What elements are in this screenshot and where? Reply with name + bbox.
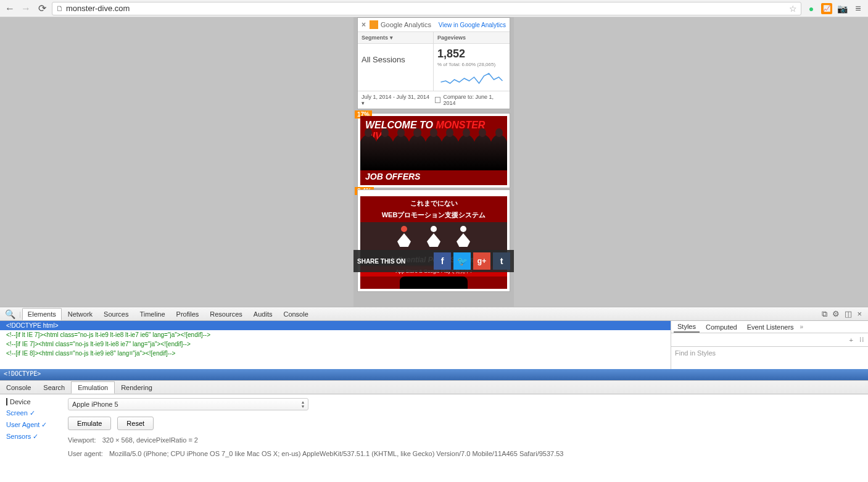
chevron-down-icon: ▾ xyxy=(390,35,393,41)
emu-nav-useragent[interactable]: User Agent ✓ xyxy=(6,421,68,429)
emu-nav-device[interactable]: Device xyxy=(6,398,68,405)
banner2-line1: これまでにない xyxy=(360,196,507,210)
ga-header: × Google Analytics View in Google Analyt… xyxy=(358,18,510,32)
drawer-tab-emulation[interactable]: Emulation xyxy=(71,381,115,394)
find-in-styles[interactable]: Find in Styles xyxy=(671,347,868,359)
url-text: monster-dive.com xyxy=(66,4,130,13)
extension-icon[interactable]: ● xyxy=(805,2,817,15)
tab-timeline[interactable]: Timeline xyxy=(134,309,170,320)
date-range[interactable]: July 1, 2014 - July 31, 2014 ▾ xyxy=(362,94,432,106)
elements-tree[interactable]: <!DOCTYPE html> <!--[if lt IE 7]><html c… xyxy=(0,321,671,369)
code-line[interactable]: <!--[if lt IE 7]><html class="no-js lt-i… xyxy=(0,330,671,339)
extension-icon[interactable]: 📷 xyxy=(836,2,848,15)
emulate-button[interactable]: Emulate xyxy=(68,417,111,430)
banner-welcome[interactable]: WELCOME TO MONSTER DIVE JOB OFFERS xyxy=(360,116,507,185)
more-tabs-icon[interactable]: » xyxy=(800,323,804,330)
devtools-tabs: 🔍 | Elements Network Sources Timeline Pr… xyxy=(0,307,868,321)
share-label: SHARE THIS ON xyxy=(357,258,405,265)
ga-view-link[interactable]: View in Google Analytics xyxy=(439,22,506,28)
googleplus-icon[interactable]: g+ xyxy=(473,252,490,270)
settings-gear-icon[interactable]: ⚙ xyxy=(832,309,840,319)
styles-tab-computed[interactable]: Computed xyxy=(702,322,741,332)
code-line[interactable]: <!--[if IE 8]><html class="no-js lt-ie9 … xyxy=(0,349,671,358)
banner-subtitle: JOB OFFERS xyxy=(365,172,420,181)
back-button[interactable]: ← xyxy=(4,2,16,15)
viewport-value: 320 × 568, devicePixelRatio = 2 xyxy=(102,436,198,444)
styles-pane: Styles Computed Event Listeners » + ⁞⁞ F… xyxy=(671,321,868,369)
reload-button[interactable]: ⟳ xyxy=(36,2,48,15)
emu-nav-screen[interactable]: Screen ✓ xyxy=(6,409,68,417)
page-content: × Google Analytics View in Google Analyt… xyxy=(357,17,510,109)
forward-button[interactable]: → xyxy=(20,2,32,15)
tab-sources[interactable]: Sources xyxy=(99,309,133,320)
phone-mockup xyxy=(400,276,468,289)
ga-date-row: July 1, 2014 - July 31, 2014 ▾ Compare t… xyxy=(358,91,510,109)
banner2-line2: WEBプロモーション支援システム xyxy=(360,210,507,220)
styles-tab-styles[interactable]: Styles xyxy=(674,322,700,333)
tab-network[interactable]: Network xyxy=(63,309,97,320)
ga-logo-icon xyxy=(370,20,378,29)
pageviews-value: 1,852 xyxy=(437,48,506,60)
new-rule-icon[interactable]: + xyxy=(849,336,853,344)
chevron-down-icon: ▾ xyxy=(362,100,365,106)
inspect-icon[interactable]: 🔍 xyxy=(2,309,18,319)
styles-tab-listeners[interactable]: Event Listeners xyxy=(743,322,798,332)
ga-brand: Google Analytics xyxy=(381,21,431,28)
segments-header[interactable]: Segments ▾ xyxy=(358,32,433,44)
devtools: 🔍 | Elements Network Sources Timeline Pr… xyxy=(0,307,868,481)
page-icon: 🗋 xyxy=(56,4,64,13)
drawer-toggle-icon[interactable]: ⧉ xyxy=(822,309,827,319)
toggle-state-icon[interactable]: ⁞⁞ xyxy=(859,336,864,344)
drawer-tab-console[interactable]: Console xyxy=(0,382,37,393)
close-devtools-icon[interactable]: × xyxy=(857,309,862,319)
compare-checkbox[interactable] xyxy=(435,97,441,103)
breadcrumb[interactable]: <!DOCTYPE> xyxy=(0,369,868,380)
sparkline xyxy=(437,70,506,87)
reset-button[interactable]: Reset xyxy=(117,417,154,430)
tumblr-icon[interactable]: t xyxy=(493,252,510,270)
banner-promo[interactable]: これまでにない WEBプロモーション支援システム Influential Pow… xyxy=(360,196,507,289)
select-arrows-icon: ▴▾ xyxy=(302,400,304,409)
menu-button[interactable]: ≡ xyxy=(852,2,864,15)
browser-toolbar: ← → ⟳ 🗋 monster-dive.com ☆ ● 📈 📷 ≡ xyxy=(0,0,868,17)
pageviews-subtext: % of Total: 6.60% (28,065) xyxy=(437,62,506,67)
share-bar: SHARE THIS ON f 🐦 g+ t xyxy=(353,250,514,272)
extension-icon[interactable]: 📈 xyxy=(821,3,832,14)
pageviews-header: Pageviews xyxy=(434,32,510,44)
emulation-panel: Device Screen ✓ User Agent ✓ Sensors ✓ A… xyxy=(0,394,868,481)
emu-nav-sensors[interactable]: Sensors ✓ xyxy=(6,433,68,441)
viewport: × Google Analytics View in Google Analyt… xyxy=(0,17,868,307)
useragent-value: Mozilla/5.0 (iPhone; CPU iPhone OS 7_0 l… xyxy=(109,450,564,457)
tab-resources[interactable]: Resources xyxy=(205,309,247,320)
tab-audits[interactable]: Audits xyxy=(249,309,278,320)
compare-label: Compare to: June 1, 2014 xyxy=(443,94,506,106)
ga-metrics-row: Segments ▾ All Sessions Pageviews 1,852 … xyxy=(358,32,510,91)
facebook-icon[interactable]: f xyxy=(434,252,451,270)
figures-icon xyxy=(360,222,507,251)
drawer-tab-search[interactable]: Search xyxy=(37,382,71,393)
code-line[interactable]: <!DOCTYPE html> xyxy=(0,321,671,330)
segment-value: All Sessions xyxy=(358,44,433,75)
dock-icon[interactable]: ◫ xyxy=(845,309,852,319)
twitter-icon[interactable]: 🐦 xyxy=(453,252,471,270)
useragent-label: User agent: xyxy=(68,450,103,457)
viewport-label: Viewport: xyxy=(68,436,96,444)
tab-profiles[interactable]: Profiles xyxy=(172,309,204,320)
tab-console[interactable]: Console xyxy=(278,309,313,320)
drawer-tab-rendering[interactable]: Rendering xyxy=(115,382,159,393)
tab-elements[interactable]: Elements xyxy=(22,308,62,320)
code-line[interactable]: <!--[if IE 7]><html class="no-js lt-ie9 … xyxy=(0,339,671,349)
bookmark-star-icon[interactable]: ☆ xyxy=(789,4,797,14)
people-photo xyxy=(360,135,507,170)
device-select[interactable]: Apple iPhone 5 ▴▾ xyxy=(68,398,308,410)
close-icon[interactable]: × xyxy=(362,20,366,29)
address-bar[interactable]: 🗋 monster-dive.com ☆ xyxy=(52,2,801,15)
device-frame: × Google Analytics View in Google Analyt… xyxy=(353,17,514,307)
devtools-drawer: Console Search Emulation Rendering Devic… xyxy=(0,380,868,481)
